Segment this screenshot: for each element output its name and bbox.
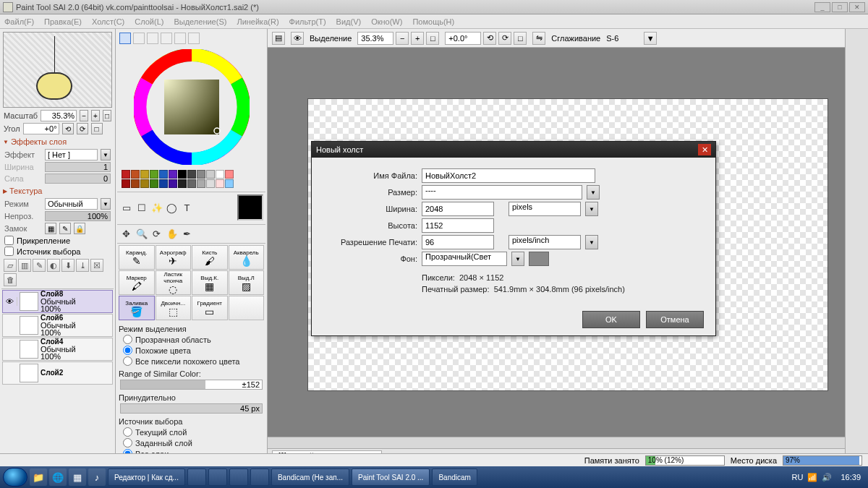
tray-lang[interactable]: RU [792,473,804,481]
h-scrollbar[interactable] [268,437,845,448]
swatch[interactable] [122,170,130,179]
swatch[interactable] [150,179,158,188]
src-radio[interactable] [123,427,132,437]
unit-select[interactable]: pixels [509,202,581,216]
zoom-field[interactable]: 35.3% [357,32,393,45]
selmode-radio[interactable] [123,346,132,355]
swatch[interactable] [187,170,196,179]
height-input[interactable] [422,218,494,233]
navigator-thumbnail[interactable] [3,32,112,108]
colorwheel-tab[interactable] [119,33,131,44]
texture-header[interactable]: Текстура [1,184,114,197]
menu-selection[interactable]: Выделение(S) [174,17,226,26]
swatch[interactable] [140,170,149,179]
resunit-dd-icon[interactable]: ▼ [585,235,598,249]
swatch[interactable] [159,170,168,179]
move-tool[interactable]: ✥ [119,227,133,241]
size-dd-icon[interactable]: ▼ [587,185,600,200]
selmode-normal[interactable]: 👁 [291,32,304,45]
swatch[interactable] [178,170,187,179]
scale-reset[interactable]: □ [103,110,111,121]
res-input[interactable] [422,235,494,249]
effect-select[interactable]: [ Нет ] [45,149,98,160]
swatch[interactable] [216,170,224,179]
menu-help[interactable]: Помощь(H) [412,17,454,26]
new-linework-button[interactable]: ✎ [33,259,46,272]
minimize-button[interactable]: _ [814,2,830,12]
transfer-down-button[interactable]: ⬇ [61,259,75,272]
layer-effects-header[interactable]: Эффекты слоя [1,135,114,148]
clipping-checkbox[interactable] [4,236,14,245]
rot-cw[interactable]: ⟳ [498,32,511,45]
angle-reset[interactable]: □ [91,123,103,134]
brush-Выд.Л[interactable]: Выд.Л▨ [229,270,265,295]
swatch[interactable] [150,170,158,179]
swatch[interactable] [131,179,140,188]
size-select[interactable]: ---- [422,185,582,200]
taskbar-item[interactable] [208,468,227,486]
brush-Ластик чпонча[interactable]: Ластик чпонча◌ [156,270,192,295]
merge-down-button[interactable]: ⤓ [76,259,89,272]
swatch[interactable] [169,179,177,188]
ql-app[interactable]: ▦ [69,468,86,486]
layer-row[interactable]: 👁Слой8Обычный100% [2,290,113,313]
brush-Маркер[interactable]: Маркер🖍 [119,270,155,295]
cancel-button[interactable]: Отмена [646,311,704,328]
angle-ccw[interactable]: ⟲ [62,123,74,134]
lock-alpha[interactable]: ▦ [45,223,56,234]
brush-Выд.К.[interactable]: Выд.К.▦ [192,270,228,295]
brush-Двоичн...[interactable]: Двоичн...⬚ [156,296,192,320]
menu-edit[interactable]: Правка(E) [44,17,82,26]
color-wheel[interactable] [134,49,250,165]
menu-view[interactable]: Вид(V) [336,17,362,26]
bg-dd-icon[interactable]: ▼ [511,252,524,266]
tray-vol-icon[interactable]: 🔊 [822,473,832,482]
scratch-tab[interactable] [188,33,200,44]
mode-dropdown-icon[interactable]: ▼ [101,198,111,210]
rot-reset[interactable]: □ [514,32,527,45]
clear-layer-button[interactable]: ☒ [90,259,103,272]
dialog-titlebar[interactable]: Новый холст ✕ [312,142,715,158]
swatch[interactable] [225,179,234,188]
ql-explorer[interactable]: 📁 [30,468,47,486]
swatch[interactable] [131,170,140,179]
swatch[interactable] [206,170,215,179]
taskbar-item[interactable]: Paint Tool SAI 2.0 ... [352,468,430,486]
selmode-radio[interactable] [123,356,132,366]
bg-select[interactable]: Прозрачный(Свет [422,252,507,266]
selsrc-checkbox[interactable] [4,247,14,256]
swatch[interactable] [122,179,130,188]
selmode-radio[interactable] [123,335,132,344]
tray-net-icon[interactable]: 📶 [807,473,817,482]
menu-ruler[interactable]: Линейка(R) [237,17,278,26]
brush-Заливка[interactable]: Заливка🪣 [119,296,155,320]
foreground-color[interactable] [237,194,263,221]
rgb-tab[interactable] [133,33,145,44]
text-tool[interactable]: T [180,201,194,215]
swatch[interactable] [187,179,196,188]
mixer-tab[interactable] [161,33,172,44]
brush-Каранд.[interactable]: Каранд.✎ [119,245,155,270]
delete-layer-button[interactable]: 🗑 [4,273,17,286]
layer-row[interactable]: Слой2 [2,361,113,385]
angle-cw[interactable]: ⟳ [77,123,88,134]
new-mask-button[interactable]: ◐ [47,259,60,272]
wand-tool[interactable]: ✨ [150,201,163,215]
swatch[interactable] [169,170,177,179]
hsv-tab[interactable] [147,33,158,44]
taskbar-item[interactable] [250,468,269,486]
brush-Кисть[interactable]: Кисть🖌 [192,245,228,270]
taskbar-item[interactable]: Bandicam (Не зап... [271,468,349,486]
smooth-dd[interactable]: ▼ [644,32,657,45]
smooth-field[interactable]: S-6 [606,34,638,43]
shapes-tool[interactable]: ◯ [165,201,179,215]
swatch[interactable] [178,179,187,188]
swatch[interactable] [140,179,149,188]
scale-minus[interactable]: − [80,110,88,121]
resunit-select[interactable]: pixels/inch [509,235,581,249]
unit-dd-icon[interactable]: ▼ [585,202,598,216]
brush-Аэрограф[interactable]: Аэрограф✈ [156,245,192,270]
flip-h[interactable]: ⇋ [532,32,545,45]
new-layer-button[interactable]: ▱ [4,259,17,272]
lock-pixels[interactable]: ✎ [59,223,71,234]
